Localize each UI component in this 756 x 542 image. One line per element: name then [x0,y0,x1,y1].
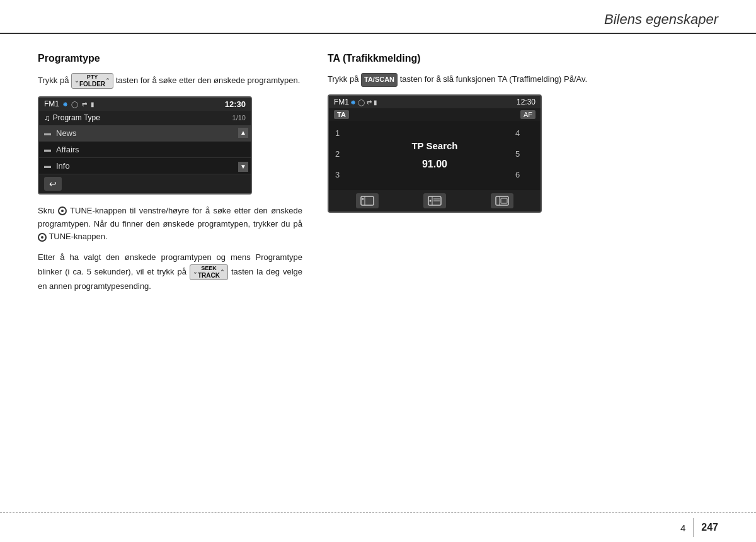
svg-point-2 [362,198,364,200]
footer-section: 4 [680,522,685,533]
screen-topbar-left: FM1 ⎈ ◯ ⇄ ▮ 12:30 [39,98,251,111]
pt-count: 1/10 [232,114,246,121]
ta-screen: FM1 ⎈ ◯ ⇄ ▮ 12:30 TA AF 1 2 3 [328,94,542,213]
ta-bottom-icon-2[interactable] [423,193,446,208]
footer-divider [693,518,694,537]
list-icon-3: ▬ [44,162,51,169]
ta-bottom-bar [329,190,541,212]
footer-page-num: 247 [701,522,718,533]
screen-time-left: 12:30 [225,99,246,109]
ta-bottom-icon-3[interactable] [491,193,513,208]
fm-label-right: FM1 [334,98,349,106]
ta-badge: TA [334,110,349,119]
pt-list: ▬ News ▬ Affairs ▬ Info [39,125,251,174]
ta-numbers-left: 1 2 3 [335,128,354,183]
af-badge: AF [520,110,536,119]
svg-rect-0 [361,196,374,205]
tune-icon-2 [38,233,47,242]
program-type-screen: FM1 ⎈ ◯ ⇄ ▮ 12:30 ♫ Program Type 1/10 [38,96,252,195]
content-area: Programtype Trykk på ⌄ PTY FOLDER ⌃ tast… [0,34,756,313]
num-2: 2 [335,149,354,159]
arrows-icon-right: ⇄ [367,99,372,106]
circle-icon: ◯ [71,101,78,108]
list-item[interactable]: ▬ Affairs [39,142,251,158]
num-5: 5 [515,149,534,159]
ta-bottom-icon-1[interactable] [356,193,379,208]
tune-icon-1 [58,206,67,215]
circle-icon-right: ◯ [358,99,365,106]
left-para3: Etter å ha valgt den ønskede programtype… [38,251,302,293]
battery-icon-right: ▮ [374,99,377,106]
ta-frequency: 91.00 [422,159,447,170]
scroll-controls: ▲ ▼ [238,125,249,174]
bluetooth-icon-right: ⎈ [351,98,355,106]
page-footer: 4 247 [0,512,756,542]
ta-badges-row: TA AF [329,108,541,121]
left-column: Programtype Trykk på ⌄ PTY FOLDER ⌃ tast… [38,53,302,301]
arrows-icon: ⇄ [82,101,87,108]
left-para2: Skru TUNE-knappen til venstre/høyre for … [38,205,302,244]
item-label-news: News [56,128,77,138]
ta-numbers-right: 4 5 6 [515,128,534,183]
back-button[interactable]: ↩ [44,177,62,191]
list-item[interactable]: ▬ News [39,125,251,142]
pt-label: Program Type [53,113,100,122]
tp-search-label: TP Search [411,140,457,151]
bluetooth-icon: ⎈ [63,100,67,108]
pt-header: ♫ Program Type 1/10 [39,111,251,125]
pt-list-wrapper: ▬ News ▬ Affairs ▬ Info ▲ ▼ [39,125,251,174]
right-section-title: TA (Trafikkmelding) [328,53,592,64]
ta-body: 1 2 3 TP Search 91.00 4 5 6 [329,121,541,190]
num-1: 1 [335,128,354,138]
right-column: TA (Trafikkmelding) Trykk på TA/SCAN tas… [328,53,592,301]
svg-point-5 [429,200,431,201]
num-3: 3 [335,170,354,179]
right-para1: Trykk på TA/SCAN tasten for å slå funksj… [328,73,592,87]
music-note-icon: ♫ [44,113,50,123]
ta-topbar: FM1 ⎈ ◯ ⇄ ▮ 12:30 [329,96,541,108]
left-section-title: Programtype [38,53,302,64]
header-title: Bilens egenskaper [604,11,718,28]
screen-time-right: 12:30 [517,98,536,106]
list-icon-2: ▬ [44,145,51,153]
left-para1: Trykk på ⌄ PTY FOLDER ⌃ tasten for å søk… [38,73,302,89]
list-item[interactable]: ▬ Info [39,158,251,174]
ta-scan-button: TA/SCAN [361,73,398,87]
ta-center: TP Search 91.00 [354,128,515,183]
svg-rect-8 [496,196,508,205]
footer-section-num: 4 [680,522,685,533]
battery-icon: ▮ [91,101,94,108]
item-label-affairs: Affairs [56,145,79,154]
seek-track-button: ⌄ SEEK TRACK ⌃ [190,264,228,280]
list-icon-1: ▬ [44,129,51,137]
svg-rect-10 [501,198,507,203]
scroll-up-button[interactable]: ▲ [238,128,248,138]
fm-label-left: FM1 [44,99,59,108]
num-6: 6 [515,170,534,179]
scroll-down-button[interactable]: ▼ [238,162,248,172]
page-header: Bilens egenskaper [0,0,756,34]
item-label-info: Info [56,161,70,171]
screen-bottom-left: ↩ [39,174,251,193]
num-4: 4 [515,128,534,138]
pty-folder-button: ⌄ PTY FOLDER ⌃ [71,73,113,89]
